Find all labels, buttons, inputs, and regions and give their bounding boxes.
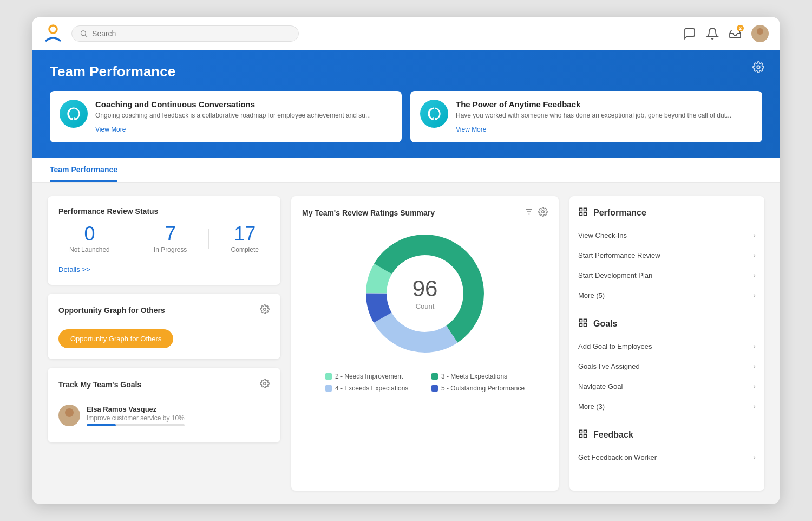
panel-item-view-checkins[interactable]: View Check-Ins ›	[578, 225, 756, 245]
svg-line-2	[85, 35, 87, 36]
svg-rect-26	[579, 431, 582, 433]
complete-number: 17	[231, 224, 259, 244]
legend-item-meets: 3 - Meets Expectations	[431, 373, 525, 380]
svg-point-3	[757, 28, 763, 35]
chevron-icon: ›	[753, 453, 756, 461]
bell-icon[interactable]	[706, 27, 719, 40]
donut-chart: 96 Count	[355, 223, 495, 364]
opp-gear-icon[interactable]	[260, 304, 270, 316]
svg-point-8	[65, 408, 74, 417]
legend-label-needs-improvement: 2 - Needs Improvement	[335, 373, 403, 380]
chevron-icon: ›	[753, 251, 756, 259]
view-checkins-label: View Check-Ins	[578, 231, 627, 239]
user-avatar[interactable]	[751, 25, 769, 42]
hero-gear-icon[interactable]	[752, 61, 764, 75]
panel-item-get-feedback[interactable]: Get Feedback on Worker ›	[578, 447, 756, 467]
feedback-content: The Power of Anytime Feedback Have you w…	[456, 100, 731, 134]
legend-label-meets: 3 - Meets Expectations	[441, 373, 507, 380]
review-status-card: Performance Review Status 0 Not Launched…	[48, 196, 280, 285]
coaching-desc: Ongoing coaching and feedback is a colla…	[95, 111, 371, 120]
svg-rect-21	[579, 213, 582, 216]
employee-goal: Improve customer service by 10%	[87, 414, 185, 422]
chart-icons	[524, 207, 548, 219]
chevron-icon: ›	[753, 291, 756, 299]
inbox-icon[interactable]: 2	[729, 27, 742, 40]
svg-rect-20	[584, 213, 587, 216]
svg-rect-22	[579, 320, 582, 322]
track-goals-header: Track My Team's Goals	[58, 379, 270, 390]
svg-rect-27	[584, 431, 587, 433]
svg-point-9	[63, 418, 76, 426]
chart-legend: 2 - Needs Improvement 3 - Meets Expectat…	[325, 373, 525, 392]
goals-assigned-label: Goals I've Assigned	[578, 362, 640, 370]
panel-feedback-title: Feedback	[578, 429, 756, 443]
chevron-icon: ›	[753, 402, 756, 411]
not-launched-label: Not Launched	[69, 246, 110, 253]
legend-item-exceeds: 4 - Exceeds Expectations	[325, 385, 418, 392]
coaching-title: Coaching and Continuous Conversations	[95, 100, 371, 109]
opportunity-graph-card: Opportunity Graph for Others Opportunity…	[48, 294, 280, 359]
tab-team-performance[interactable]: Team Performance	[50, 158, 117, 182]
status-numbers: 0 Not Launched 7 In Progress 17 Complete	[58, 224, 270, 253]
svg-point-4	[755, 35, 765, 42]
chevron-icon: ›	[753, 231, 756, 239]
divider-2	[208, 229, 209, 249]
employee-item: Elsa Ramos Vasquez Improve customer serv…	[58, 399, 270, 432]
review-status-title: Performance Review Status	[58, 207, 270, 216]
chart-header: My Team's Review Ratings Summary	[302, 207, 548, 219]
track-goals-gear-icon[interactable]	[260, 379, 270, 390]
right-panel: Performance View Check-Ins › Start Perfo…	[569, 196, 764, 491]
goals-section-icon	[578, 318, 588, 330]
legend-dot-exceeds	[325, 385, 332, 392]
panel-item-goals-assigned[interactable]: Goals I've Assigned ›	[578, 356, 756, 376]
panel-item-navigate-goal[interactable]: Navigate Goal ›	[578, 376, 756, 396]
performance-section-icon	[578, 207, 588, 219]
donut-container: 96 Count 2 - Needs Improvement 3 - Meets…	[302, 223, 548, 392]
search-icon	[80, 29, 88, 38]
panel-performance-title: Performance	[578, 207, 756, 221]
inbox-badge: 2	[737, 25, 744, 31]
panel-item-more-goals[interactable]: More (3) ›	[578, 396, 756, 416]
coaching-view-more[interactable]: View More	[95, 126, 126, 133]
svg-point-0	[49, 25, 57, 33]
panel-item-development-plan[interactable]: Start Development Plan ›	[578, 265, 756, 285]
svg-point-13	[542, 211, 545, 213]
divider-1	[132, 229, 132, 249]
search-box[interactable]	[71, 25, 299, 42]
opp-card-header: Opportunity Graph for Others	[58, 304, 270, 316]
svg-point-5	[757, 66, 760, 69]
svg-rect-23	[584, 320, 587, 322]
search-input[interactable]	[92, 29, 291, 38]
feedback-view-more[interactable]: View More	[456, 126, 486, 133]
svg-rect-25	[579, 324, 582, 327]
panel-item-add-goal[interactable]: Add Goal to Employees ›	[578, 336, 756, 356]
panel-feedback-section: Feedback Get Feedback on Worker ›	[578, 429, 756, 467]
legend-item-needs-improvement: 2 - Needs Improvement	[325, 373, 418, 380]
left-column: Performance Review Status 0 Not Launched…	[48, 196, 280, 491]
feedback-hero-icon	[420, 100, 448, 128]
panel-goals-title: Goals	[578, 318, 756, 332]
feedback-title: The Power of Anytime Feedback	[456, 100, 731, 109]
development-plan-label: Start Development Plan	[578, 271, 652, 279]
hero-card-coaching: Coaching and Continuous Conversations On…	[50, 91, 402, 143]
legend-dot-outstanding	[431, 385, 438, 392]
panel-item-more-performance[interactable]: More (5) ›	[578, 285, 756, 305]
coaching-content: Coaching and Continuous Conversations On…	[95, 100, 371, 134]
header: 2	[32, 17, 780, 50]
hero-card-feedback: The Power of Anytime Feedback Have you w…	[410, 91, 762, 143]
panel-item-start-review[interactable]: Start Performance Review ›	[578, 245, 756, 265]
chart-filter-icon[interactable]	[524, 207, 534, 219]
in-progress-number: 7	[154, 224, 187, 244]
progress-bar	[87, 424, 185, 426]
chart-gear-icon[interactable]	[538, 207, 548, 219]
workday-logo	[43, 24, 63, 43]
details-link[interactable]: Details >>	[58, 265, 90, 273]
svg-rect-29	[579, 435, 582, 438]
svg-rect-24	[584, 324, 587, 327]
status-complete: 17 Complete	[231, 224, 259, 253]
opportunity-graph-button[interactable]: Opportunity Graph for Others	[58, 329, 173, 348]
chat-icon[interactable]	[683, 27, 696, 40]
not-launched-number: 0	[69, 224, 110, 244]
track-goals-card: Track My Team's Goals	[48, 368, 280, 442]
employee-name: Elsa Ramos Vasquez	[87, 405, 185, 413]
